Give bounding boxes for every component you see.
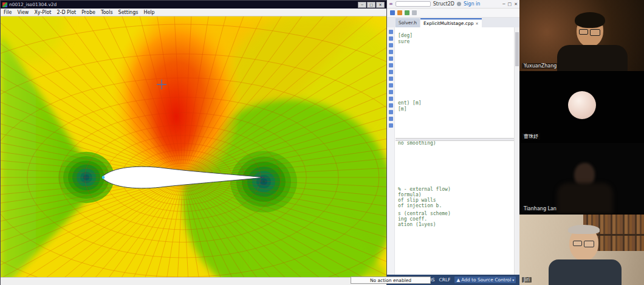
participant-video bbox=[519, 215, 644, 285]
menu-item-file[interactable]: File bbox=[4, 10, 12, 15]
maximize-button[interactable]: □ bbox=[367, 2, 375, 8]
code-line: s (central scheme) bbox=[398, 211, 451, 216]
quick-launch-search[interactable] bbox=[396, 1, 431, 7]
maximize-button[interactable]: □ bbox=[508, 2, 512, 7]
sign-in-link[interactable]: Sign in bbox=[464, 1, 480, 7]
participant-name: Jiri bbox=[522, 277, 532, 283]
torso-shape bbox=[549, 259, 622, 285]
minimize-button[interactable]: ─ bbox=[358, 2, 366, 8]
bookmark-icon[interactable] bbox=[389, 123, 393, 128]
glasses-shape bbox=[579, 29, 588, 35]
menu-item-settings[interactable]: Settings bbox=[118, 10, 139, 15]
menu-item-xy-plot[interactable]: Xy-Plot bbox=[34, 10, 51, 15]
torso-shape bbox=[557, 183, 613, 215]
close-tab-icon[interactable]: ✕ bbox=[475, 21, 478, 26]
participant-name: Tianhang Lan bbox=[522, 206, 558, 211]
code-area[interactable]: [deg]sureent) [m][m]no smoothing)% - ext… bbox=[396, 27, 514, 275]
video-call-sidebar: YuxuanZhang曹珠妤Tianhang LanJiri bbox=[519, 0, 644, 285]
bookmark-icon[interactable] bbox=[389, 103, 393, 108]
editor-tab-bar: Solver.hExplicitMultistage.cpp✕ bbox=[387, 18, 519, 27]
save-icon[interactable] bbox=[412, 10, 417, 15]
stagnation-point-marker bbox=[102, 176, 105, 179]
code-line: ation (1=yes) bbox=[398, 222, 436, 227]
bookmark-icon[interactable] bbox=[389, 83, 393, 88]
bookmark-icon[interactable] bbox=[389, 117, 393, 121]
menu-item-help[interactable]: Help bbox=[143, 10, 154, 15]
bookmark-icon[interactable] bbox=[389, 57, 393, 61]
menu-item-view[interactable]: View bbox=[17, 10, 29, 15]
new-file-icon[interactable] bbox=[390, 10, 395, 15]
trailing-point-marker bbox=[262, 180, 265, 183]
close-button[interactable]: ✕ bbox=[376, 2, 385, 8]
screen: ∞ Struct2D Sign in ─ □ ✕ Solver.hExplici… bbox=[0, 0, 644, 285]
glasses-shape bbox=[573, 241, 582, 246]
cfd-menubar: FileViewXy-Plot2-D PlotProbeToolsSetting… bbox=[1, 9, 386, 16]
participant-tile-jiri[interactable]: Jiri bbox=[519, 215, 644, 285]
editor-title: Struct2D bbox=[433, 1, 454, 7]
open-file-icon[interactable] bbox=[397, 10, 402, 15]
menu-item-2-d-plot[interactable]: 2-D Plot bbox=[57, 10, 76, 15]
avatar bbox=[568, 91, 596, 119]
torso-shape bbox=[557, 45, 628, 72]
participant-tile-yuxuanzhang[interactable]: YuxuanZhang bbox=[519, 0, 644, 72]
cfd-window-controls: ─ □ ✕ bbox=[357, 2, 385, 8]
tab-explicitmultistage-cpp[interactable]: ExplicitMultistage.cpp✕ bbox=[420, 18, 481, 27]
editor-body: [deg]sureent) [m][m]no smoothing)% - ext… bbox=[387, 27, 519, 275]
vs-editor-window: ∞ Struct2D Sign in ─ □ ✕ Solver.hExplici… bbox=[387, 0, 519, 285]
menu-item-tools[interactable]: Tools bbox=[101, 10, 113, 15]
bookmark-icon[interactable] bbox=[389, 30, 393, 34]
editor-split-divider[interactable] bbox=[396, 138, 514, 141]
bookmark-icon[interactable] bbox=[389, 63, 393, 67]
participant-name: YuxuanZhang bbox=[522, 63, 558, 69]
code-line: [deg] bbox=[398, 33, 413, 38]
scrollbar-thumb[interactable] bbox=[515, 32, 519, 66]
participant-tile-tianhang-lan[interactable]: Tianhang Lan bbox=[519, 143, 644, 215]
code-line: formula) bbox=[398, 192, 422, 197]
participant-video bbox=[519, 72, 644, 143]
editor-scrollbar[interactable] bbox=[514, 27, 519, 275]
code-line: % - external flow) bbox=[398, 187, 451, 192]
user-avatar-icon bbox=[457, 2, 461, 6]
menu-item-probe[interactable]: Probe bbox=[81, 10, 95, 15]
code-line: ent) [m] bbox=[398, 100, 422, 106]
code-line: sure bbox=[398, 39, 409, 44]
bookmark-icon[interactable] bbox=[389, 36, 393, 41]
code-line: [m] bbox=[398, 106, 406, 112]
bookmark-icon[interactable] bbox=[389, 97, 393, 101]
bookmark-icon[interactable] bbox=[389, 70, 393, 74]
add-to-source-control-button[interactable]: ▲ Add to Source Control ▾ bbox=[454, 276, 516, 283]
cfd-app-icon bbox=[2, 2, 7, 7]
participant-name: 曹珠妤 bbox=[522, 133, 540, 140]
status-eol[interactable]: CRLF bbox=[439, 277, 450, 283]
tab-solver-h[interactable]: Solver.h bbox=[396, 18, 420, 27]
bookmark-icon[interactable] bbox=[389, 90, 393, 94]
cfd-status-message: No action enabled bbox=[351, 276, 431, 284]
bookmark-icon[interactable] bbox=[389, 50, 393, 54]
cfd-window: n0012_iso01304.v2d ─ □ ✕ FileViewXy-Plot… bbox=[0, 0, 387, 285]
source-control-label: Add to Source Control bbox=[461, 277, 511, 283]
vs-logo-icon: ∞ bbox=[389, 1, 393, 7]
code-line: of injection b. bbox=[398, 203, 442, 208]
bookmark-icon[interactable] bbox=[389, 77, 393, 81]
code-line: of slip walls bbox=[398, 197, 436, 203]
editor-titlebar: ∞ Struct2D Sign in ─ □ ✕ bbox=[387, 0, 519, 9]
minimize-button[interactable]: ─ bbox=[502, 2, 505, 7]
chevron-down-icon: ▾ bbox=[512, 278, 514, 282]
editor-margin-strip bbox=[387, 27, 395, 275]
pressure-contour-plot bbox=[1, 16, 386, 277]
editor-window-controls: ─ □ ✕ bbox=[502, 2, 518, 7]
cfd-statusbar bbox=[1, 277, 386, 285]
code-line: no smoothing) bbox=[398, 140, 436, 146]
participant-tile-[interactable]: 曹珠妤 bbox=[519, 72, 644, 143]
tab-label: ExplicitMultistage.cpp bbox=[423, 21, 473, 26]
bookmark-icon[interactable] bbox=[389, 110, 393, 114]
run-icon[interactable] bbox=[405, 10, 409, 15]
close-button[interactable]: ✕ bbox=[514, 2, 518, 7]
cfd-plot-canvas[interactable] bbox=[1, 16, 386, 277]
code-line: ing coeff. bbox=[398, 216, 427, 222]
cfd-titlebar[interactable]: n0012_iso01304.v2d ─ □ ✕ bbox=[1, 1, 386, 9]
participant-video bbox=[519, 143, 644, 214]
editor-toolbar bbox=[387, 9, 519, 18]
upload-icon: ▲ bbox=[456, 277, 460, 283]
bookmark-icon[interactable] bbox=[389, 43, 393, 47]
